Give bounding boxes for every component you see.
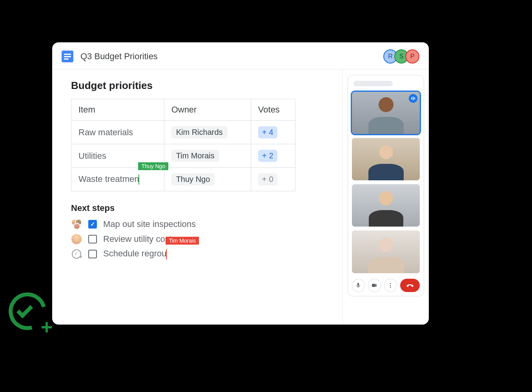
hangup-icon xyxy=(406,281,414,290)
owner-chip[interactable]: Tim Morais xyxy=(171,150,219,162)
col-votes: Votes xyxy=(251,99,295,121)
owner-chip[interactable]: Kim Richards xyxy=(171,126,228,138)
document-title[interactable]: Q3 Budget Priorities xyxy=(80,51,158,62)
meet-participant-tile[interactable] xyxy=(352,138,420,180)
svg-point-1 xyxy=(390,285,391,286)
task-row[interactable]: Schedule regrouTim Morais xyxy=(71,249,324,260)
collaborator-avatars: R S P xyxy=(386,49,419,64)
task-assignee[interactable] xyxy=(71,249,82,260)
vote-chip[interactable]: +4 xyxy=(258,126,277,138)
meet-participant-tile[interactable] xyxy=(352,184,420,227)
cell-owner[interactable]: Thuy Ngo xyxy=(164,168,251,191)
camera-icon xyxy=(371,282,377,289)
meet-participant-tile[interactable] xyxy=(352,92,420,134)
task-add-badge-icon: + xyxy=(6,290,53,337)
budget-priorities-table[interactable]: Item Owner Votes Raw materials Kim Richa… xyxy=(71,99,295,191)
col-owner: Owner xyxy=(164,99,251,121)
collab-cursor-label: Thuy Ngo xyxy=(138,162,168,170)
table-row[interactable]: Waste treatmenThuy Ngo Thuy Ngo +0 xyxy=(71,168,295,191)
camera-button[interactable] xyxy=(368,279,381,292)
hangup-button[interactable] xyxy=(400,279,420,292)
table-row[interactable]: Raw materials Kim Richards +4 xyxy=(71,121,295,144)
task-text[interactable]: Schedule regrouTim Morais xyxy=(103,249,167,259)
collaborator-avatar[interactable]: P xyxy=(405,49,419,64)
speaking-indicator-icon xyxy=(409,94,417,103)
collab-cursor xyxy=(166,249,167,260)
task-checkbox[interactable] xyxy=(88,235,97,243)
docs-app-window: Q3 Budget Priorities R S P Budget priori… xyxy=(52,42,429,325)
assignee-group-icon xyxy=(71,219,82,230)
task-text[interactable]: Review utility costs xyxy=(103,234,176,244)
cell-item[interactable]: Waste treatmenThuy Ngo xyxy=(71,168,164,191)
cell-votes[interactable]: +2 xyxy=(251,144,295,168)
section-heading-next-steps: Next steps xyxy=(71,203,324,213)
meet-card xyxy=(348,75,424,296)
table-row[interactable]: Utilities Tim Morais +2 xyxy=(71,144,295,168)
cell-owner[interactable]: Tim Morais xyxy=(164,144,251,168)
section-heading-priorities: Budget priorities xyxy=(71,80,324,92)
header: Q3 Budget Priorities R S P xyxy=(52,42,429,69)
collab-cursor-label: Tim Morais xyxy=(166,237,199,245)
svg-point-2 xyxy=(390,287,391,288)
plus-icon: + xyxy=(262,175,267,184)
more-button[interactable] xyxy=(384,279,397,292)
vote-chip[interactable]: +0 xyxy=(258,173,277,185)
task-assignee[interactable] xyxy=(71,219,82,230)
task-checkbox[interactable] xyxy=(88,220,97,229)
cell-votes[interactable]: +4 xyxy=(251,121,295,144)
body: Budget priorities Item Owner Votes Raw m… xyxy=(52,69,429,325)
assignee-avatar-icon xyxy=(71,234,82,244)
meet-sidebar xyxy=(343,69,429,325)
task-row[interactable]: Map out site inspections xyxy=(71,219,324,230)
task-assignee[interactable] xyxy=(71,234,82,245)
cell-item[interactable]: Raw materials xyxy=(71,121,164,144)
task-text[interactable]: Map out site inspections xyxy=(103,219,196,229)
mic-icon xyxy=(355,282,361,289)
owner-chip[interactable]: Thuy Ngo xyxy=(171,173,215,185)
cell-votes[interactable]: +0 xyxy=(251,168,295,191)
more-vertical-icon xyxy=(387,282,394,289)
plus-icon: + xyxy=(262,151,267,160)
plus-icon: + xyxy=(262,128,267,137)
svg-point-0 xyxy=(390,283,391,284)
vote-chip[interactable]: +2 xyxy=(258,150,277,162)
col-item: Item xyxy=(71,99,164,121)
meet-title-placeholder xyxy=(353,81,393,86)
task-checkbox[interactable] xyxy=(88,250,97,258)
meet-participant-tile[interactable] xyxy=(352,230,420,273)
meet-controls xyxy=(352,279,420,292)
docs-logo-icon xyxy=(62,51,73,62)
collab-cursor xyxy=(138,174,139,185)
assign-add-icon[interactable] xyxy=(72,249,81,259)
cell-owner[interactable]: Kim Richards xyxy=(164,121,251,144)
document-area[interactable]: Budget priorities Item Owner Votes Raw m… xyxy=(52,69,343,325)
mic-button[interactable] xyxy=(352,279,365,292)
